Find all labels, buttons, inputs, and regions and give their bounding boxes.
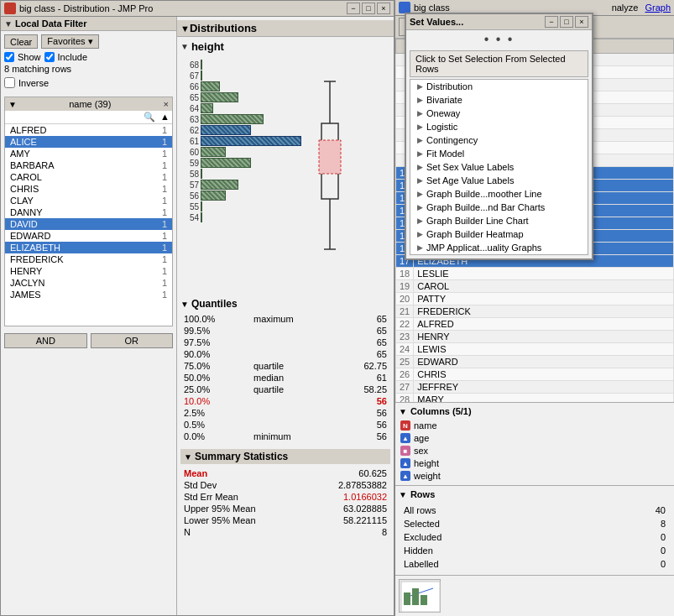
dialog-menu-item[interactable]: ▶Fit Model [410,147,588,160]
dialog-minimize[interactable]: − [545,16,558,28]
dialog-menu-item[interactable]: ▶JMP Applicat...uality Graphs [410,241,588,254]
menu-item-label: Distribution [426,81,473,91]
hist-bar[interactable] [201,60,202,70]
summary-section: ▼ Summary Statistics Mean 60.625 Std Dev… [180,449,390,538]
name-list-close[interactable]: × [164,99,169,109]
column-item[interactable]: ▲ height [399,457,671,469]
height-section: ▼ height 686766656463626160595857565554 [180,40,390,538]
name-item[interactable]: BARBARA1 [5,159,172,171]
close-button[interactable]: × [377,3,390,14]
name-item[interactable]: AMY1 [5,148,172,159]
hist-bar[interactable] [201,81,220,91]
filter-panel: ▼ Local Data Filter Clear Favorites ▾ Sh… [1,17,177,615]
dialog-menu-item[interactable]: ▶Graph Builder Heatmap [410,227,588,241]
hist-bar[interactable] [201,136,301,146]
restore-button[interactable]: □ [362,3,375,14]
column-item[interactable]: ▲ weight [399,470,671,482]
table-row[interactable]: 20 PATTY [396,293,674,305]
graph-label[interactable]: Graph [645,3,671,13]
dialog-menu-item[interactable]: ▶Bivariate [410,93,588,107]
dialog-menu-item[interactable]: ▶Oneway [410,107,588,120]
quantile-label: maximum [250,313,336,325]
hist-bar[interactable] [201,125,251,135]
hist-bar[interactable] [201,169,202,179]
table-row[interactable]: 28 MARY [396,394,674,404]
include-checkbox[interactable] [44,52,55,62]
hist-bar[interactable] [201,103,213,113]
dialog-menu-item[interactable]: ▶Contingency [410,133,588,147]
hist-bar[interactable] [201,70,202,81]
name-item[interactable]: ALICE1 [5,136,172,148]
dialog-menu-item[interactable]: ▶Graph Builde...moother Line [410,187,588,201]
dialog-menu-item[interactable]: ▶Set Sex Value Labels [410,160,588,174]
clear-button[interactable]: Clear [4,34,38,49]
or-button[interactable]: OR [91,333,174,348]
hist-bar[interactable] [201,201,202,211]
name-item[interactable]: JAMES1 [5,289,172,300]
set-selection-button[interactable]: Click to Set Selection From Selected Row… [410,50,588,77]
hist-label: 64 [180,104,199,113]
name-item[interactable]: EDWARD1 [5,230,172,242]
dialog-menu-item[interactable]: ▶Graph Builder Line Chart [410,214,588,227]
name-item[interactable]: ALFRED1 [5,124,172,136]
name-item[interactable]: CLAY1 [5,195,172,206]
table-row[interactable]: 22 ALFRED [396,318,674,331]
inverse-checkbox[interactable] [4,77,15,88]
name-item[interactable]: HENRY1 [5,265,172,277]
summary-value: 58.221115 [304,514,391,526]
dialog-menu-item[interactable]: ▶Distribution [410,80,588,93]
hist-bar[interactable] [201,158,251,168]
dialog-menu-item[interactable]: ▶Set Age Value Labels [410,174,588,187]
boxplot-svg [309,56,351,291]
row-name: HENRY [414,331,674,343]
favorites-button[interactable]: Favorites ▾ [41,34,98,49]
menu-item-label: JMP Applicat...uality Graphs [426,243,541,253]
hist-bar[interactable] [201,114,264,124]
name-item[interactable]: CAROL1 [5,171,172,183]
name-scroll[interactable]: ALFRED1ALICE1AMY1BARBARA1CAROL1CHRIS1CLA… [5,124,172,326]
show-checkbox[interactable] [4,52,14,62]
table-row[interactable]: 27 JEFFREY [396,381,674,394]
name-search-input[interactable] [5,111,141,123]
minimize-button[interactable]: − [347,3,360,14]
column-item[interactable]: N name [399,420,671,431]
table-row[interactable]: 19 CAROL [396,280,674,293]
hist-label: 59 [180,159,199,168]
hist-bar[interactable] [201,147,226,157]
name-item[interactable]: CHRIS1 [5,183,172,195]
dialog-menu-item[interactable]: ▶Graph Builde...nd Bar Charts [410,201,588,214]
row-number: 27 [396,381,414,394]
quantile-row: 100.0% maximum 65 [180,313,390,325]
hist-bar[interactable] [201,180,238,190]
table-row[interactable]: 24 LEWIS [396,343,674,356]
table-row[interactable]: 21 FREDERICK [396,305,674,318]
hist-bar[interactable] [201,212,202,222]
dialog-menu-item[interactable]: ▶Logistic [410,120,588,133]
name-item[interactable]: FREDERICK1 [5,253,172,265]
search-icon: 🔍 [141,111,158,123]
hist-bar[interactable] [201,92,238,102]
table-row[interactable]: 25 EDWARD [396,356,674,368]
name-item[interactable]: DAVID1 [5,218,172,230]
dialog-restore[interactable]: □ [560,16,573,28]
column-item[interactable]: ▲ age [399,432,671,444]
summary-value: 2.87853882 [304,479,391,491]
table-row[interactable]: 26 CHRIS [396,368,674,381]
dialog-close[interactable]: × [575,16,588,28]
scroll-up-icon[interactable]: ▲ [158,111,172,123]
hist-bar[interactable] [201,191,226,201]
column-name: age [414,433,429,443]
name-item[interactable]: DANNY1 [5,206,172,218]
rows-stat-row: Excluded 0 [400,531,669,543]
table-row[interactable]: 18 LESLIE [396,268,674,280]
table-row[interactable]: 23 HENRY [396,331,674,343]
row-number: 26 [396,368,414,381]
menu-item-label: Oneway [426,108,460,118]
name-item[interactable]: JACLYN1 [5,277,172,289]
and-button[interactable]: AND [4,333,87,348]
hist-row: 56 [180,191,301,201]
name-item[interactable]: ELIZABETH1 [5,242,172,253]
column-item[interactable]: ■ sex [399,445,671,457]
rows-stat-label: All rows [400,504,593,516]
columns-list: N name ▲ age ■ sex ▲ height ▲ weight [399,420,671,482]
